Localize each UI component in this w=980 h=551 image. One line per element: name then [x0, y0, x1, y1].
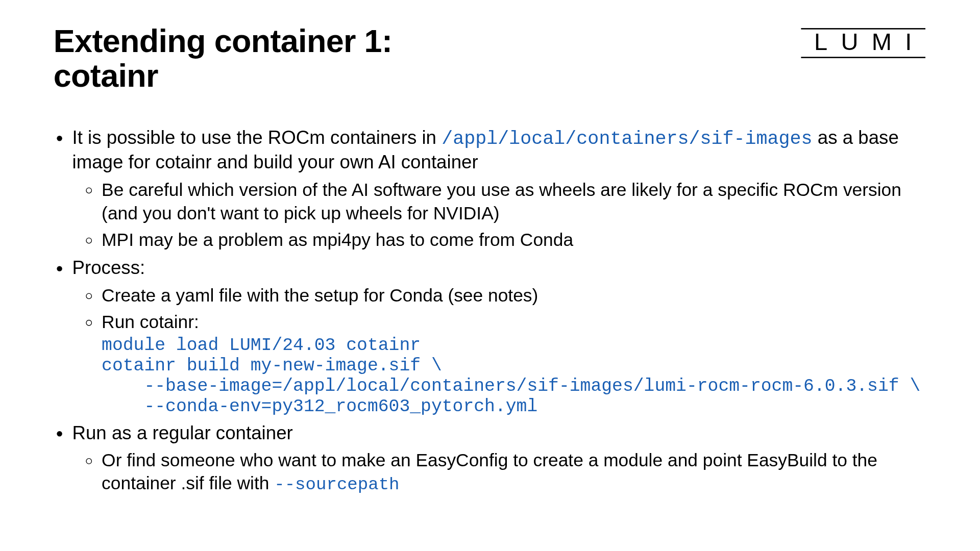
bullet-item-3: Run as a regular container Or find someo…	[72, 421, 926, 496]
bullet-text: Run cotainr:	[102, 312, 199, 332]
bullet-text: It is possible to use the ROCm container…	[72, 127, 442, 147]
code-block-cotainr: module load LUMI/24.03 cotainr cotainr b…	[102, 335, 926, 417]
sub-bullet-list: Be careful which version of the AI softw…	[72, 179, 926, 252]
sub-bullet-item: MPI may be a problem as mpi4py has to co…	[102, 229, 926, 252]
sub-bullet-item: Be careful which version of the AI softw…	[102, 179, 926, 225]
slide-title: Extending container 1: cotainr	[54, 24, 495, 93]
bullet-text: Or find someone who want to make an Easy…	[102, 450, 877, 493]
bullet-text: Process:	[72, 257, 145, 278]
sub-bullet-item: Or find someone who want to make an Easy…	[102, 449, 926, 496]
bullet-item-2: Process: Create a yaml file with the set…	[72, 256, 926, 417]
sub-bullet-list: Create a yaml file with the setup for Co…	[72, 284, 926, 417]
bullet-list: It is possible to use the ROCm container…	[54, 126, 926, 496]
title-line-1: Extending container 1:	[54, 23, 392, 59]
lumi-logo: LUMI	[801, 28, 925, 58]
sub-bullet-item: Create a yaml file with the setup for Co…	[102, 284, 926, 307]
bullet-text: Run as a regular container	[72, 422, 292, 443]
sub-bullet-item: Run cotainr: module load LUMI/24.03 cota…	[102, 311, 926, 417]
code-inline-sourcepath: --sourcepath	[274, 474, 399, 494]
bullet-item-1: It is possible to use the ROCm container…	[72, 126, 926, 252]
slide-body: Extending container 1: cotainr LUMI It i…	[0, 0, 980, 551]
code-inline-path: /appl/local/containers/sif-images	[442, 128, 812, 149]
title-line-2: cotainr	[54, 58, 158, 93]
sub-bullet-list: Or find someone who want to make an Easy…	[72, 449, 926, 496]
